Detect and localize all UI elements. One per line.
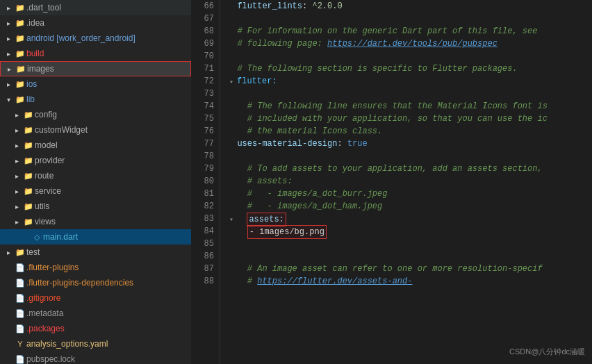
arrow-closed [11, 188, 22, 195]
sidebar-item-test[interactable]: 📁 test [0, 245, 191, 260]
code-line-73 [227, 88, 592, 100]
key-span: flutter_lints [237, 1, 302, 11]
assets-item-box: - images/bg.png [247, 225, 327, 239]
arrow-open [3, 96, 14, 104]
comment-span: # - images/a_dot_ham.jpeg [227, 201, 382, 211]
arrow-closed [3, 249, 14, 256]
line-num-71: 71 [197, 63, 214, 75]
sidebar-item-dart_tool[interactable]: 📁 .dart_tool [0, 0, 191, 15]
code-line-85 [227, 238, 592, 250]
folder-icon: 📁 [14, 3, 26, 13]
line-num-67: 67 [197, 13, 214, 25]
line-num-66: 66 [197, 0, 214, 13]
val-span: ^2.0.0 [312, 1, 342, 11]
code-line-76: # the material Icons class. [227, 125, 592, 138]
line-num-77: 77 [197, 138, 214, 150]
line-num-75: 75 [197, 113, 214, 125]
code-line-81: # - images/a_dot_burr.jpeg [227, 188, 592, 200]
code-line-70 [227, 50, 592, 63]
code-line-87: # An image asset can refer to one or mor… [227, 263, 592, 275]
comment-span: # following page: https://dart.dev/tools… [227, 39, 498, 49]
sidebar-item-views[interactable]: 📁 views [0, 214, 191, 229]
sidebar-item-route[interactable]: 📁 route [0, 168, 191, 183]
sidebar-item-images[interactable]: 📁 images [0, 61, 191, 76]
code-line-74: # The following line ensures that the Ma… [227, 100, 592, 113]
sidebar-item-config[interactable]: 📁 config [0, 107, 191, 122]
arrow-closed [3, 65, 15, 73]
line-num-85: 85 [197, 238, 214, 250]
arrow-closed [3, 81, 14, 88]
sidebar-label-main_dart: main.dart [43, 232, 191, 242]
sidebar-label-dart_tool: .dart_tool [26, 3, 191, 13]
comment-span: # assets: [227, 176, 293, 186]
arrow-closed [11, 111, 22, 119]
file-tree[interactable]: 📁 .dart_tool 📁 .idea 📁 android [work_ord… [0, 0, 191, 364]
line-num-69: 69 [197, 38, 214, 50]
code-line-83: ▾ assets: [227, 213, 592, 225]
file-icon: 📄 [14, 324, 26, 333]
comment-span: # - images/a_dot_burr.jpeg [227, 189, 387, 199]
sidebar-label-views: views [35, 217, 191, 226]
sidebar-item-lib[interactable]: 📁 lib [0, 92, 191, 107]
line-num-78: 78 [197, 150, 214, 163]
sidebar-item-gitignore[interactable]: 📄 .gitignore [0, 290, 191, 306]
folder-icon: 📁 [22, 141, 35, 150]
folder-icon: 📁 [22, 187, 35, 196]
file-icon: 📄 [14, 294, 26, 303]
sidebar-item-utils[interactable]: 📁 utils [0, 199, 191, 214]
sidebar-item-ios[interactable]: 📁 ios [0, 76, 191, 92]
comment-span: # included with your application, so tha… [227, 114, 548, 124]
sidebar-item-customWidget[interactable]: 📁 customWidget [0, 122, 191, 138]
sidebar-item-flutter_plugins_dep[interactable]: 📄 .flutter-plugins-dependencies [0, 275, 191, 290]
code-line-82: # - images/a_dot_ham.jpeg [227, 200, 592, 213]
sidebar-item-service[interactable]: 📁 service [0, 183, 191, 199]
code-line-79: # To add assets to your application, add… [227, 163, 592, 175]
comment-span: # An image asset can refer to one or mor… [227, 264, 543, 274]
sidebar-label-customWidget: customWidget [35, 125, 191, 135]
folder-icon: 📁 [14, 49, 26, 58]
line-num-70: 70 [197, 50, 214, 63]
code-line-84: - images/bg.png [227, 225, 592, 238]
folder-icon: 📁 [22, 202, 35, 211]
sidebar-item-flutter_plugins[interactable]: 📄 .flutter-plugins [0, 260, 191, 275]
line-num-74: 74 [197, 100, 214, 113]
sidebar-label-idea: .idea [26, 18, 191, 28]
sidebar-label-packages: .packages [26, 324, 191, 333]
folder-icon: 📁 [22, 110, 35, 119]
dart-file-icon: ◇ [31, 233, 43, 242]
code-line-67 [227, 13, 592, 25]
sidebar-item-packages[interactable]: 📄 .packages [0, 321, 191, 336]
comment-span: # The following section is specific to F… [227, 64, 518, 74]
sidebar-item-pubspec_lock[interactable]: 📄 pubspec.lock [0, 351, 191, 364]
folder-icon: 📁 [15, 65, 27, 74]
sidebar-item-metadata[interactable]: 📄 .metadata [0, 306, 191, 321]
sidebar-label-analysis_options: analysis_options.yaml [26, 339, 191, 349]
code-line-75: # included with your application, so tha… [227, 113, 592, 125]
sidebar-label-provider: provider [35, 156, 191, 165]
sidebar-label-images: images [27, 64, 190, 74]
sidebar-item-model[interactable]: 📁 model [0, 138, 191, 153]
sidebar-item-build[interactable]: 📁 build [0, 46, 191, 61]
arrow-closed [3, 19, 14, 27]
folder-icon: 📁 [22, 126, 35, 135]
sidebar-item-android[interactable]: 📁 android [work_order_android] [0, 31, 191, 46]
sidebar-item-provider[interactable]: 📁 provider [0, 153, 191, 168]
url-span: https://flutter.dev/assets-and- [257, 276, 412, 286]
folder-icon: 📁 [22, 156, 35, 165]
arrow-closed [11, 172, 22, 180]
line-num-86: 86 [197, 250, 214, 263]
sidebar-item-idea[interactable]: 📁 .idea [0, 15, 191, 31]
comment-span: # The following line ensures that the Ma… [227, 101, 548, 111]
arrow-closed [11, 126, 22, 134]
arrow-closed [11, 218, 22, 226]
sidebar-label-flutter_plugins: .flutter-plugins [26, 263, 191, 272]
sidebar-item-analysis_options[interactable]: Y analysis_options.yaml [0, 336, 191, 351]
code-line-88: # https://flutter.dev/assets-and- [227, 275, 592, 288]
folder-icon: 📁 [14, 95, 26, 104]
sidebar-item-main_dart[interactable]: ◇ main.dart [0, 229, 191, 245]
file-icon: 📄 [14, 309, 26, 318]
section-flutter: flutter: [237, 76, 277, 86]
comment-span: # the material Icons class. [227, 126, 382, 136]
line-num-79: 79 [197, 163, 214, 175]
code-line-72: ▾flutter: [227, 75, 592, 88]
